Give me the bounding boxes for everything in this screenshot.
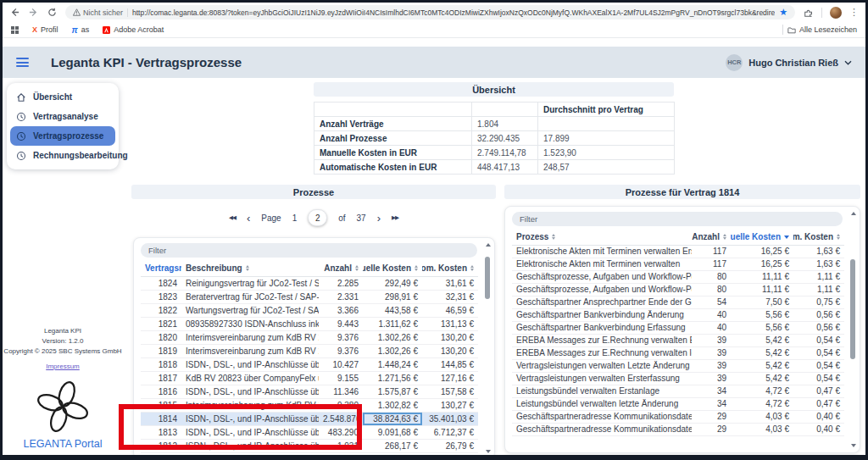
first-page-icon[interactable]: ◀◀	[229, 215, 236, 221]
contract-filter-input[interactable]	[512, 212, 843, 226]
apps-grid-icon[interactable]	[11, 26, 19, 34]
table-row[interactable]: 1812ISDN-, DSL-, und IP-Anschlüsse über …	[141, 439, 478, 452]
table-row[interactable]: 1823Beratervertrag für JCo2-Test / SAP-P…	[141, 290, 478, 303]
cell-auto: 127,16 €	[422, 371, 478, 385]
col-autom-kosten[interactable]: autom. Kosten	[422, 261, 478, 276]
col-anzahl[interactable]: Anzahl	[692, 230, 731, 245]
leganta-portal-link[interactable]: LEGANTA Portal	[3, 438, 123, 450]
cell-proc: Geschäftspartner Bankverbindung Änderung	[512, 308, 692, 321]
bookmark-profil[interactable]: X Profil	[32, 25, 58, 34]
scrollbar[interactable]	[484, 241, 492, 455]
table-row[interactable]: Anzahl Prozesse32.290.43517.899	[314, 131, 675, 146]
table-row[interactable]: Geschäftspartner Bankverbindung Änderung…	[512, 308, 844, 321]
table-row[interactable]: 1819Interimsvereinbarung zum KdB RV 2185…	[141, 344, 478, 357]
last-page-icon[interactable]: ▶▶	[392, 215, 398, 221]
sidebar-item-vertragsanalyse[interactable]: Vertragsanalyse	[10, 107, 115, 126]
cell-anzahl: 54	[692, 296, 731, 308]
table-row[interactable]: Vertragsleistungen verwalten Ersterfassu…	[512, 372, 844, 385]
col-manuelle-kosten[interactable]: manuelle Kosten	[731, 230, 793, 245]
impressum-link[interactable]: Impressum	[46, 363, 80, 370]
table-row[interactable]: 1816ISDN-, DSL-, und IP-Anschlüsse über …	[141, 385, 478, 398]
sidebar-item-vertragsprozesse[interactable]: Vertragsprozesse	[10, 126, 115, 146]
table-row[interactable]: Elektronische Akten mit Terminen verwalt…	[512, 258, 844, 270]
table-row[interactable]: Geschäftsprozesse, Aufgaben und Workflow…	[512, 283, 844, 296]
all-bookmarks[interactable]: Alle Lesezeichen	[787, 25, 857, 34]
url-bar[interactable]: Nicht sicher http://comac.leganta.de:808…	[65, 5, 795, 19]
back-icon[interactable]	[9, 7, 20, 18]
scrollbar-thumb[interactable]	[850, 259, 855, 359]
cell-man: 4,72 €	[731, 385, 793, 397]
bookmark-as[interactable]: π as	[72, 25, 90, 35]
table-row[interactable]: Leistungsbündel verwalten Erstanlage344,…	[512, 385, 844, 397]
scroll-down-icon[interactable]	[851, 444, 856, 447]
scroll-up-icon[interactable]	[486, 243, 491, 247]
col-beschreibung[interactable]: Beschreibung	[181, 261, 319, 276]
table-row[interactable]: 1814ISDN-, DSL-, und IP-Anschlüsse über …	[141, 412, 478, 425]
table-row[interactable]: 1813ISDN-, DSL-, und IP-Anschlüsse über …	[141, 425, 478, 439]
forward-icon[interactable]	[28, 7, 39, 18]
cell-man: 292,49 €	[363, 276, 422, 290]
cell-man: 5,42 €	[731, 359, 793, 372]
table-row[interactable]: Automatische Kosten in EUR448.417,13248,…	[314, 160, 675, 175]
cell-auto: 35.401,03 €	[422, 412, 478, 425]
cell-anzahl: 80	[692, 283, 731, 296]
table-row[interactable]: Leistungsbündel verwalten letzte Änderun…	[512, 397, 844, 410]
processes-title: Prozesse	[131, 185, 496, 199]
hamburger-menu-icon[interactable]	[16, 58, 29, 67]
sidebar-item-uebersicht[interactable]: Übersicht	[10, 87, 115, 107]
table-row[interactable]: 1818ISDN-, DSL-, und IP-Anschlüsse über …	[141, 357, 478, 371]
cell-auto: 157,58 €	[422, 385, 478, 398]
table-row[interactable]: Anzahl Verträge1.804	[314, 117, 675, 131]
browser-profile-avatar[interactable]	[830, 7, 842, 19]
empty-header	[314, 103, 472, 117]
table-row[interactable]: Elektronische Akten mit Terminen verwalt…	[512, 245, 844, 258]
next-page-icon[interactable]: ›	[377, 213, 381, 224]
extensions-icon[interactable]	[803, 7, 814, 18]
divider	[821, 8, 822, 18]
table-row[interactable]: 1822Wartungsvertrag für JCo2-Test / SAP-…	[141, 303, 478, 317]
col-prozess[interactable]: Prozess	[512, 230, 692, 245]
cell-man: 16,25 €	[731, 258, 793, 270]
scrollbar-thumb[interactable]	[485, 257, 490, 299]
col-anzahl[interactable]: Anzahl	[319, 261, 363, 276]
table-row[interactable]: 1821089358927330 ISDN-Anschluss inkl. CL…	[141, 317, 478, 330]
table-row[interactable]: Geschäftspartneradresse Kommunikationsda…	[512, 423, 844, 435]
sort-icon	[552, 234, 555, 240]
sidebar-item-rechnungsbearbeitung[interactable]: Rechnungsbearbeitung	[10, 146, 115, 165]
table-row[interactable]: EREBA Messages zur E.Rechnung verwalten …	[512, 346, 844, 359]
browser-menu-icon[interactable]: ⋮	[849, 7, 859, 18]
table-row[interactable]: Manuelle Kosten in EUR2.749.114,781.523,…	[314, 146, 675, 160]
table-row[interactable]: EREBA Messages zur E.Rechnung verwalten …	[512, 334, 844, 346]
table-row[interactable]: Vertragsleistungen verwalten Letzte Ände…	[512, 359, 844, 372]
processes-filter-input[interactable]	[141, 243, 477, 258]
prev-page-icon[interactable]: ‹	[247, 213, 250, 224]
reload-icon[interactable]	[47, 7, 58, 18]
col-manuelle-kosten[interactable]: manuelle Kosten	[363, 261, 422, 276]
col-vertragsnr[interactable]: Vertragsnr.	[141, 261, 181, 276]
cell-nr: 1821	[141, 317, 181, 330]
scrollbar[interactable]	[849, 210, 857, 449]
sidebar-item-label: Rechnungsbearbeitung	[33, 151, 128, 160]
current-page[interactable]: 2	[308, 209, 327, 226]
page-1-button[interactable]: 1	[292, 213, 298, 223]
cell-anzahl: 2.548.876	[319, 412, 363, 425]
col-autom-kosten[interactable]: autom. Kosten	[793, 230, 844, 245]
security-warning[interactable]: Nicht sicher	[73, 8, 123, 17]
table-row[interactable]: 1815Interimsvereinbarung zum KdB RV 2185…	[141, 398, 478, 412]
table-row[interactable]: Geschäftspartneradresse Kommunikationsda…	[512, 410, 844, 423]
table-row[interactable]: Geschäftspartner Bankverbindung Erfassun…	[512, 321, 844, 334]
table-row[interactable]: 1824Reinigungsvertrag für JCo2-Test / SA…	[141, 276, 478, 290]
user-menu[interactable]: HCR Hugo Christian Rieß	[726, 54, 852, 71]
table-row[interactable]: Geschäftspartner Ansprechpartner Ende de…	[512, 296, 844, 308]
table-row[interactable]: Geschäftsprozesse, Aufgaben und Workflow…	[512, 270, 844, 283]
cell-label: Anzahl Prozesse	[314, 131, 472, 146]
bookmark-star-icon[interactable]: ★	[779, 8, 787, 17]
scroll-up-icon[interactable]	[851, 212, 856, 215]
cell-proc: Geschäftsprozesse, Aufgaben und Workflow…	[512, 270, 692, 283]
table-row[interactable]: 1820Interimsvereinbarung zum KdB RV 2185…	[141, 330, 478, 344]
table-row[interactable]: 1817KdB RV 20823 über CompanyFelx über R…	[141, 371, 478, 385]
bookmark-acrobat[interactable]: Adobe Acrobat	[103, 25, 164, 34]
total-pages: 37	[357, 213, 366, 223]
scroll-down-icon[interactable]	[486, 450, 491, 453]
cell-man: 4,03 €	[731, 423, 793, 435]
